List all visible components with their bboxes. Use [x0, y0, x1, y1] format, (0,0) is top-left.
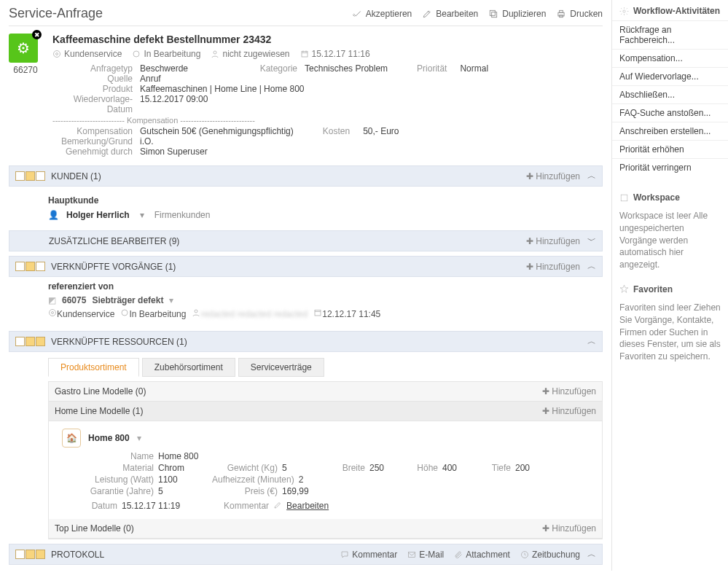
spec-val: 400 [442, 463, 457, 473]
svg-rect-14 [315, 310, 321, 316]
view-icons[interactable] [15, 171, 45, 181]
section-zusatz-title: ZUSÄTZLICHE BEARBEITER (9) [49, 236, 179, 246]
section-protokoll-header[interactable]: PROTOKOLL Kommentar E-Mail Attachment Ze… [9, 544, 603, 565]
svg-point-5 [56, 53, 58, 55]
pencil-icon [422, 9, 432, 19]
chevron-down-icon[interactable]: ▾ [140, 210, 144, 220]
clock-icon [520, 550, 529, 559]
workflow-item-6[interactable]: Priorität erhöhen [612, 140, 728, 158]
value-quelle: Anruf [140, 74, 161, 84]
proto-email-button[interactable]: E-Mail [407, 550, 444, 560]
spec-key: Garantie (Jahre) [88, 486, 154, 496]
page-title: Service-Anfrage [9, 6, 103, 21]
chevron-down-icon[interactable]: ﹀ [587, 235, 596, 247]
person-icon: 👤 [48, 210, 59, 220]
section-verk-header[interactable]: VERKNÜPFTE VORGÄNGE (1) ✚ Hinzufügen ︿ [9, 256, 603, 277]
customer-kind: Firmenkunden [154, 210, 211, 220]
paperclip-icon [454, 550, 463, 559]
linked-item-type: Kundenservice [57, 309, 114, 319]
chevron-up-icon[interactable]: ︿ [587, 170, 596, 182]
spec-val: 5 [158, 486, 163, 496]
verk-add-button[interactable]: ✚ Hinzufügen [526, 262, 580, 272]
proto-comment-button[interactable]: Kommentar [340, 550, 397, 560]
meta-status: In Bearbeitung [132, 49, 200, 59]
workflow-item-1[interactable]: Kompensation... [612, 49, 728, 67]
tab-servicevertraege[interactable]: Serviceverträge [238, 358, 324, 377]
spec-key: Kommentar [224, 501, 269, 511]
edit-button[interactable]: Bearbeiten [422, 9, 478, 19]
add-button[interactable]: ✚ Hinzufügen [542, 386, 596, 396]
proto-attach-button[interactable]: Attachment [454, 550, 510, 560]
linked-item-row[interactable]: ◩ 66075 Siebträger defekt ▾ [48, 295, 598, 305]
sidebar-workflow-title: Workflow-Aktivitäten [612, 0, 728, 20]
copy-icon [488, 9, 498, 19]
view-icons[interactable] [15, 550, 45, 559]
comment-icon [340, 550, 349, 559]
label-wiedervorlage: Wiedervorlage-Datum [52, 94, 140, 114]
chevron-up-icon[interactable]: ︿ [587, 335, 596, 348]
svg-point-17 [623, 9, 625, 12]
resource-group-topline[interactable]: Top Line Modelle (0)✚ Hinzufügen [49, 519, 602, 539]
label-kategorie: Kategorie [217, 63, 305, 74]
add-button[interactable]: ✚ Hinzufügen [542, 406, 596, 416]
chevron-up-icon[interactable]: ︿ [587, 548, 596, 560]
label-kosten: Kosten [323, 126, 357, 136]
chevron-down-icon[interactable]: ▾ [169, 295, 173, 305]
workflow-item-2[interactable]: Auf Wiedervorlage... [612, 67, 728, 85]
value-kosten: 50,- Euro [357, 126, 399, 136]
spec-key: Material [88, 463, 154, 473]
proto-time-button[interactable]: Zeitbuchung [520, 550, 580, 560]
duplicate-button[interactable]: Duplizieren [488, 9, 546, 19]
accept-button[interactable]: Akzeptieren [352, 9, 412, 19]
workflow-item-7[interactable]: Priorität verringern [612, 158, 728, 176]
calendar-icon [313, 308, 322, 317]
sidebar-workspace-text: Workspace ist leer Alle ungespeicherten … [612, 207, 728, 278]
spec-key: Tiefe [482, 463, 511, 473]
spec-val: 200 [515, 463, 530, 473]
spec-val: Chrom [158, 463, 184, 473]
zusatz-add-button[interactable]: ✚ Hinzufügen [526, 236, 580, 246]
spec-key: Leistung (Watt) [88, 474, 154, 485]
chevron-up-icon[interactable]: ︿ [587, 260, 596, 273]
status-icon [120, 308, 129, 317]
customer-name: Holger Herrlich [66, 210, 130, 220]
tab-zubehoersortiment[interactable]: Zubehörsortiment [142, 358, 235, 377]
customer-row[interactable]: 👤 Holger Herrlich ▾ Firmenkunden [48, 210, 598, 220]
meta-assignee: nicht zugewiesen [211, 49, 289, 59]
svg-point-6 [54, 51, 60, 58]
svg-point-12 [122, 310, 128, 316]
tab-produktsortiment[interactable]: Produktsortiment [48, 358, 139, 377]
svg-rect-2 [558, 12, 564, 16]
section-zusatz-header[interactable]: ZUSÄTZLICHE BEARBEITER (9) ✚ Hinzufügen … [9, 230, 603, 251]
spec-val: 2 [299, 474, 304, 485]
section-kunden-header[interactable]: KUNDEN (1) ✚ Hinzufügen ︿ [9, 165, 603, 187]
svg-rect-0 [492, 12, 497, 17]
record-id: 66270 [9, 65, 42, 75]
workflow-item-5[interactable]: Anschreiben erstellen... [612, 122, 728, 140]
label-quelle: Quelle [52, 74, 140, 84]
add-button[interactable]: ✚ Hinzufügen [542, 523, 596, 534]
workflow-item-0[interactable]: Rückfrage an Fachbereich... [612, 20, 728, 49]
label-kompensation: Kompensation [52, 126, 140, 136]
view-icons[interactable] [15, 337, 45, 346]
svg-point-11 [50, 310, 56, 316]
workflow-item-3[interactable]: Abschließen... [612, 85, 728, 103]
view-icons[interactable] [15, 262, 45, 271]
resource-group-homeline[interactable]: Home Line Modelle (1)✚ Hinzufügen [49, 402, 602, 421]
gear-icon [619, 7, 629, 16]
kunden-add-button[interactable]: ✚ Hinzufügen [526, 171, 580, 181]
chevron-down-icon[interactable]: ▾ [137, 433, 141, 443]
section-res-header[interactable]: VERKNÜPFTE RESSOURCEN (1) ︿ [9, 331, 603, 352]
spec-val: Home 800 [158, 451, 198, 461]
resource-group-gastro[interactable]: Gastro Line Modelle (0)✚ Hinzufügen [49, 382, 602, 402]
value-bemerkung: i.O. [140, 136, 154, 146]
spec-key: Preis (€) [212, 486, 278, 496]
svg-rect-9 [302, 52, 308, 58]
value-kategorie: Technisches Problem [305, 63, 388, 74]
print-button[interactable]: Drucken [556, 9, 603, 19]
workflow-item-4[interactable]: FAQ-Suche anstoßen... [612, 103, 728, 122]
pencil-icon [273, 501, 282, 509]
spec-val: 1100 [158, 474, 178, 485]
gear-icon [48, 308, 57, 317]
edit-comment-link[interactable]: Bearbeiten [286, 501, 329, 511]
